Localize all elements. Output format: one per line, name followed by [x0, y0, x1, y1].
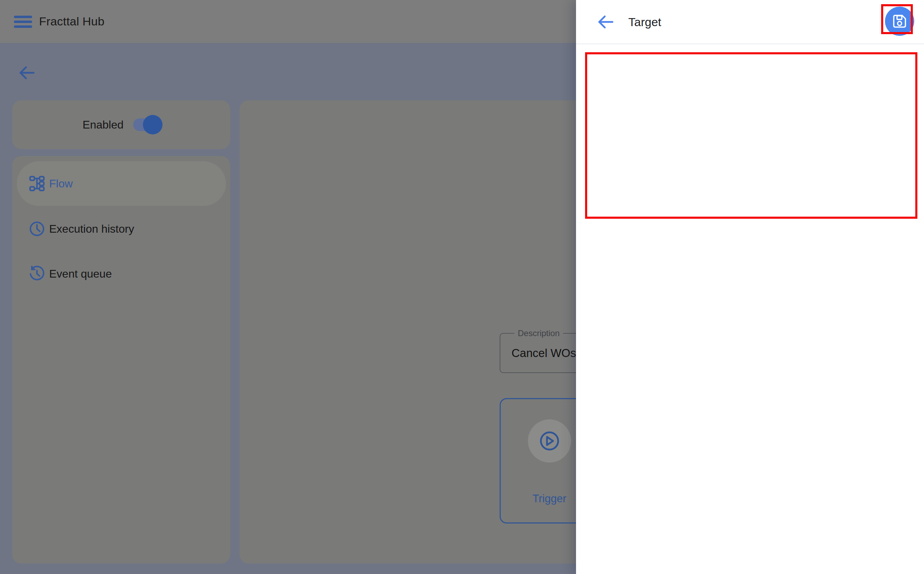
flow-editor-card: Flow se Description Cancel WOs Trigger	[239, 100, 586, 563]
sidebar-item-label: Execution history	[49, 222, 134, 235]
hamburger-menu-icon[interactable]	[14, 16, 32, 27]
sidebar-item-flow[interactable]: Flow	[12, 161, 230, 206]
panel-header: Target	[576, 0, 924, 44]
enabled-card: Enabled	[12, 100, 230, 149]
top-app-bar: Fracttal Hub	[0, 0, 576, 43]
trigger-icon-circle	[528, 419, 571, 462]
app-title: Fracttal Hub	[39, 0, 104, 43]
enabled-toggle[interactable]	[133, 118, 160, 131]
sidebar-item-event-queue[interactable]: Event queue	[12, 251, 230, 296]
description-field-value: Cancel WOs	[511, 334, 576, 372]
flow-icon	[29, 175, 45, 192]
sidebar-item-execution-history[interactable]: Execution history	[12, 207, 230, 251]
sidebar-menu: Flow Execution history Event queue	[12, 156, 230, 563]
back-arrow-icon[interactable]	[17, 63, 36, 82]
sidebar-item-label: Event queue	[49, 268, 112, 281]
enabled-label: Enabled	[83, 118, 123, 131]
toggle-knob	[143, 115, 163, 134]
annotation-rect-fields	[585, 52, 918, 219]
panel-title: Target	[628, 0, 661, 44]
history-clock-icon	[29, 266, 45, 282]
panel-back-arrow-icon[interactable]	[596, 13, 615, 32]
annotation-rect-save	[881, 4, 913, 34]
play-circle-icon	[538, 430, 561, 452]
sidebar-item-label: Flow	[49, 177, 73, 190]
clock-icon	[29, 221, 45, 237]
